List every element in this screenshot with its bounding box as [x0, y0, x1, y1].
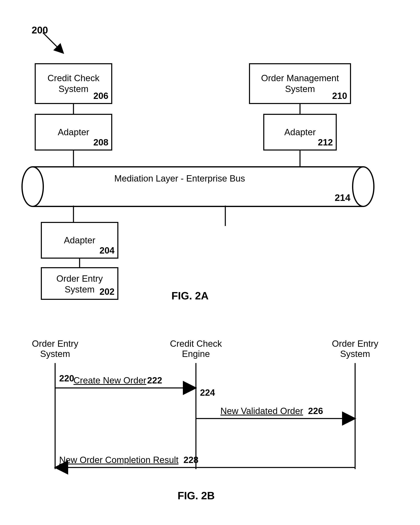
- connector-om-adapter: [299, 104, 301, 114]
- order-mgmt-label: Order Management System: [261, 73, 339, 94]
- fig2b-caption: FIG. 2B: [178, 489, 215, 502]
- adapter-om-ref: 212: [318, 137, 333, 148]
- msg-completion-result-arrow: [55, 465, 355, 469]
- adapter-cc-ref: 208: [94, 137, 108, 148]
- connector-cc-bus: [73, 150, 74, 167]
- order-mgmt-box: Order Management System 210: [249, 63, 351, 104]
- adapter-oe-label: Adapter: [64, 235, 95, 246]
- fig2b-cc-engine-ref: 224: [200, 387, 215, 398]
- order-entry-ref: 202: [100, 286, 115, 297]
- adapter-oe-ref: 204: [100, 245, 115, 256]
- credit-check-system-ref: 206: [94, 91, 108, 101]
- lifeline-oe-left: [54, 363, 56, 469]
- order-entry-label: Order Entry System: [56, 273, 103, 295]
- adapter-cc-box: Adapter 208: [35, 114, 112, 150]
- lifeline-oe-right: [354, 363, 356, 469]
- order-entry-box: Order Entry System 202: [41, 267, 118, 300]
- connector-bus-oe-adapter: [73, 206, 74, 222]
- connector-cc-adapter: [73, 104, 74, 114]
- enterprise-bus-ref: 214: [335, 192, 350, 203]
- fig2a-overall-ref-arrow: [43, 33, 67, 57]
- fig2b-oe-left-label: Order Entry System: [25, 338, 86, 359]
- svg-point-7: [22, 167, 43, 206]
- svg-point-8: [353, 167, 374, 206]
- connector-oe-adapter-oe: [79, 259, 80, 267]
- fig2a-caption: FIG. 2A: [172, 290, 209, 302]
- connector-om-bus: [299, 150, 301, 167]
- msg-create-new-order-arrow: [55, 386, 196, 390]
- msg-new-validated-order-arrow: [196, 416, 355, 421]
- adapter-om-label: Adapter: [284, 127, 316, 138]
- msg-completion-result-text: New Order Completion Result 228: [59, 455, 198, 465]
- fig2b-oe-right-label: Order Entry System: [325, 338, 386, 359]
- order-mgmt-ref: 210: [332, 91, 347, 101]
- fig2b-oe-left-ref: 220: [59, 373, 74, 384]
- adapter-om-box: Adapter 212: [263, 114, 337, 150]
- credit-check-system-box: Credit Check System 206: [35, 63, 112, 104]
- enterprise-bus-cylinder: [20, 165, 375, 208]
- lifeline-cc-engine: [195, 363, 197, 469]
- enterprise-bus-label: Mediation Layer - Enterprise Bus: [114, 173, 245, 184]
- credit-check-system-label: Credit Check System: [48, 73, 99, 94]
- svg-line-0: [43, 33, 61, 51]
- msg-new-validated-order-text: New Validated Order 226: [220, 406, 323, 416]
- fig2b-cc-engine-label: Credit Check Engine: [163, 338, 229, 359]
- adapter-cc-label: Adapter: [58, 127, 89, 138]
- bus-stub-right: [224, 206, 226, 226]
- adapter-oe-box: Adapter 204: [41, 222, 118, 259]
- msg-create-new-order-text: Create New Order222: [74, 375, 162, 385]
